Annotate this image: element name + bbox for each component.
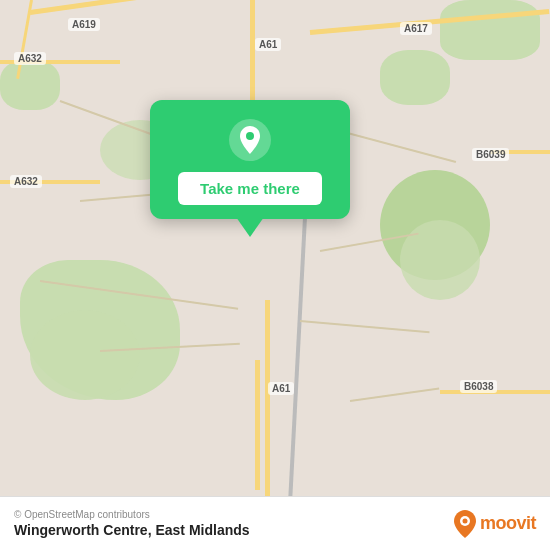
bottom-left-info: © OpenStreetMap contributors Wingerworth…: [14, 509, 250, 538]
moovit-pin-icon: [454, 510, 476, 538]
green-area-6: [0, 60, 60, 110]
popup-card[interactable]: Take me there: [150, 100, 350, 219]
moovit-logo: moovit: [454, 510, 536, 538]
road-a61-lower: [255, 360, 260, 490]
map-container: A619 A632 A632 A61 A617 B6039 A61 B6038 …: [0, 0, 550, 550]
label-a61-top: A61: [255, 38, 281, 51]
label-a632-bottom: A632: [10, 175, 42, 188]
green-area-5: [440, 0, 540, 60]
road-a61-bottom: [265, 300, 270, 500]
location-pin-icon: [228, 118, 272, 162]
label-b6039: B6039: [472, 148, 509, 161]
attribution-text: © OpenStreetMap contributors: [14, 509, 250, 520]
svg-point-1: [246, 132, 254, 140]
take-me-there-button[interactable]: Take me there: [178, 172, 322, 205]
label-a619: A619: [68, 18, 100, 31]
svg-point-3: [462, 518, 467, 523]
green-area-8: [400, 220, 480, 300]
label-a61-lower: A61: [268, 382, 294, 395]
bottom-bar: © OpenStreetMap contributors Wingerworth…: [0, 496, 550, 550]
green-area-4: [380, 50, 450, 105]
moovit-text: moovit: [480, 513, 536, 534]
label-a632-top: A632: [14, 52, 46, 65]
label-b6038: B6038: [460, 380, 497, 393]
location-name: Wingerworth Centre, East Midlands: [14, 522, 250, 538]
label-a617: A617: [400, 22, 432, 35]
green-area-2: [30, 310, 140, 400]
